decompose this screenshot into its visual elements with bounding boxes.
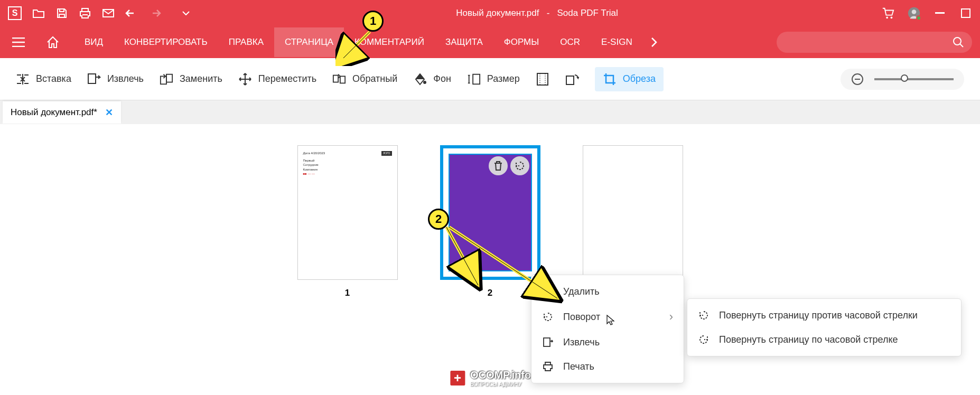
svg-point-13 bbox=[423, 81, 426, 84]
tool-replace[interactable]: Заменить bbox=[160, 72, 222, 86]
annotation-callout-1: 1 bbox=[362, 11, 384, 32]
rotate-page-icon bbox=[565, 72, 579, 86]
rotate-submenu: Повернуть страницу против часовой стрелк… bbox=[687, 298, 962, 356]
app-logo[interactable]: S bbox=[8, 6, 22, 20]
window-title: Новый документ.pdf - Soda PDF Trial bbox=[192, 8, 882, 18]
watermark: + OCOMP.info ВОПРОСЫ АДМИНУ bbox=[449, 369, 531, 387]
svg-rect-16 bbox=[566, 76, 574, 84]
document-tab[interactable]: Новый документ.pdf* ✕ bbox=[3, 101, 121, 124]
maximize-icon[interactable] bbox=[959, 7, 972, 20]
toolbar: Вставка Извлечь Заменить Переместить Обр… bbox=[0, 58, 980, 100]
svg-rect-5 bbox=[935, 12, 945, 14]
tool-rotate-page[interactable] bbox=[565, 72, 579, 86]
watermark-subtext: ВОПРОСЫ АДМИНУ bbox=[470, 381, 531, 387]
home-icon[interactable] bbox=[42, 36, 63, 49]
cm-print[interactable]: Печать bbox=[531, 354, 684, 379]
email-icon[interactable] bbox=[102, 7, 115, 20]
page-number-1: 1 bbox=[297, 288, 398, 298]
tool-size[interactable]: Размер bbox=[467, 72, 520, 86]
doc-name: Новый документ.pdf bbox=[456, 8, 539, 18]
svg-rect-10 bbox=[166, 74, 172, 82]
tool-extract[interactable]: Извлечь bbox=[87, 72, 144, 86]
menubar: ВИД КОНВЕРТИРОВАТЬ ПРАВКА СТРАНИЦА КОММЕ… bbox=[0, 26, 980, 58]
svg-point-1 bbox=[886, 16, 888, 18]
tool-margins[interactable] bbox=[536, 72, 549, 86]
replace-icon bbox=[160, 72, 173, 86]
crop-icon bbox=[603, 72, 617, 86]
watermark-plus-icon: + bbox=[449, 370, 466, 387]
page-delete-icon[interactable] bbox=[489, 156, 508, 175]
svg-rect-14 bbox=[473, 74, 480, 84]
menu-convert[interactable]: КОНВЕРТИРОВАТЬ bbox=[114, 27, 218, 57]
hamburger-icon[interactable] bbox=[8, 37, 29, 47]
extract-cm-icon bbox=[542, 336, 554, 348]
rotate-cw-icon bbox=[698, 334, 710, 345]
extract-icon bbox=[87, 72, 101, 86]
tab-close-icon[interactable]: ✕ bbox=[105, 107, 113, 118]
menu-protect[interactable]: ЗАЩИТА bbox=[435, 27, 493, 57]
tool-crop[interactable]: Обреза bbox=[595, 67, 664, 91]
background-icon bbox=[413, 72, 427, 86]
watermark-text: OCOMP.info bbox=[470, 369, 531, 381]
size-icon bbox=[467, 72, 481, 86]
insert-icon bbox=[16, 72, 30, 86]
reverse-icon bbox=[332, 72, 346, 86]
tool-insert[interactable]: Вставка bbox=[16, 72, 71, 86]
svg-rect-15 bbox=[537, 73, 548, 85]
svg-point-2 bbox=[891, 16, 893, 18]
annotation-arrow-2b bbox=[438, 224, 502, 293]
rotate-icon bbox=[542, 311, 554, 323]
mouse-cursor bbox=[606, 314, 615, 326]
rotate-ccw-icon bbox=[698, 309, 710, 321]
svg-rect-18 bbox=[544, 338, 550, 346]
zoom-out-icon[interactable] bbox=[851, 73, 864, 86]
zoom-slider[interactable] bbox=[874, 78, 954, 80]
svg-rect-11 bbox=[333, 75, 338, 82]
save-icon[interactable] bbox=[55, 7, 68, 20]
margins-icon bbox=[536, 72, 549, 86]
cart-icon[interactable] bbox=[882, 7, 894, 20]
page-thumb-1[interactable]: Дата 4/20/2023ЛОГО Первый Сотрудник Комп… bbox=[297, 145, 398, 374]
open-icon[interactable] bbox=[32, 7, 45, 20]
annotation-callout-2: 2 bbox=[428, 209, 449, 230]
page-1-preview: Дата 4/20/2023ЛОГО Первый Сотрудник Комп… bbox=[298, 146, 397, 182]
account-icon[interactable] bbox=[908, 7, 920, 20]
menu-ocr[interactable]: OCR bbox=[549, 27, 591, 57]
tool-move[interactable]: Переместить bbox=[238, 72, 316, 86]
sm-rotate-ccw[interactable]: Повернуть страницу против часовой стрелк… bbox=[687, 303, 961, 327]
print-cm-icon bbox=[542, 361, 554, 372]
tab-label: Новый документ.pdf* bbox=[11, 107, 97, 118]
svg-rect-9 bbox=[161, 76, 166, 84]
menu-view[interactable]: ВИД bbox=[74, 27, 114, 57]
tab-bar: Новый документ.pdf* ✕ bbox=[0, 100, 980, 124]
minimize-icon[interactable] bbox=[934, 7, 946, 20]
annotation-arrow-1 bbox=[335, 29, 378, 66]
svg-point-4 bbox=[912, 10, 917, 14]
dropdown-icon[interactable] bbox=[180, 7, 192, 20]
tool-reverse[interactable]: Обратный bbox=[332, 72, 397, 86]
tool-background[interactable]: Фон bbox=[413, 72, 451, 86]
print-icon[interactable] bbox=[79, 7, 91, 20]
svg-point-7 bbox=[954, 37, 961, 45]
search-input[interactable] bbox=[777, 32, 972, 53]
move-icon bbox=[238, 72, 252, 86]
search-icon bbox=[953, 36, 964, 48]
app-name: Soda PDF Trial bbox=[557, 8, 618, 18]
menu-esign[interactable]: E-SIGN bbox=[591, 27, 643, 57]
menu-forms[interactable]: ФОРМЫ bbox=[493, 27, 550, 57]
sm-rotate-cw[interactable]: Повернуть страницу по часовой стрелке bbox=[687, 327, 961, 352]
svg-rect-12 bbox=[340, 76, 345, 83]
zoom-control bbox=[841, 69, 964, 90]
redo-icon[interactable] bbox=[148, 7, 161, 20]
cm-extract[interactable]: Извлечь bbox=[531, 330, 684, 354]
svg-rect-6 bbox=[962, 9, 970, 17]
menu-more-icon[interactable] bbox=[651, 37, 657, 48]
menu-edit[interactable]: ПРАВКА bbox=[218, 27, 274, 57]
zoom-handle[interactable] bbox=[901, 74, 908, 82]
undo-icon[interactable] bbox=[125, 7, 138, 20]
svg-rect-8 bbox=[88, 74, 96, 83]
page-rotate-icon[interactable] bbox=[510, 156, 529, 175]
menu-page[interactable]: СТРАНИЦА bbox=[274, 27, 344, 57]
titlebar: S Новый документ.pdf - Soda PDF Trial bbox=[0, 0, 980, 26]
